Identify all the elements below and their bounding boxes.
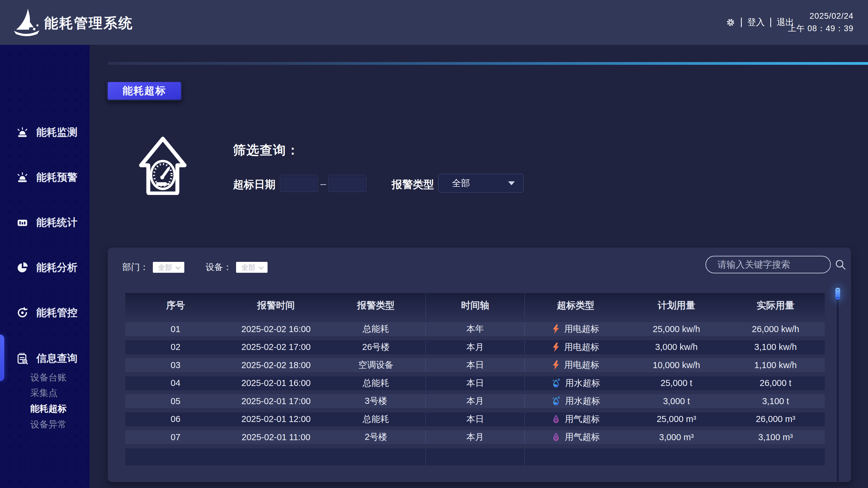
cell-over-type: 用电超标 (525, 358, 626, 372)
divider (770, 18, 771, 27)
cell-planned: 3,000 kw/h (626, 340, 726, 354)
sidebar-item-energy-control[interactable]: 信息查询 能耗管控 (17, 306, 78, 320)
sailboat-logo-icon (12, 7, 41, 37)
cell-over-type: 用气超标 (525, 430, 626, 444)
cell-over-type: 用气超标 (525, 412, 626, 426)
electricity-icon (552, 342, 560, 352)
gas-icon (551, 432, 560, 442)
clipboard-search-icon (17, 353, 28, 365)
cell-over-type: 用电超标 (525, 340, 626, 354)
table-row[interactable]: 06 2025-02-01 12:00 总能耗 本日 用气超标 25,000 m… (125, 412, 825, 426)
cell-actual: 26,000 t (726, 376, 825, 390)
cell-alarm-time: 2025-02-02 16:00 (226, 322, 326, 336)
cell-alarm-type: 总能耗 (326, 376, 426, 390)
table-row[interactable]: 02 2025-02-02 17:00 26号楼 本月 用电超标 3,000 k… (125, 340, 825, 354)
chevron-down-icon (259, 265, 264, 269)
table-scrollbar-thumb[interactable] (835, 287, 840, 300)
water-icon (551, 378, 561, 388)
login-button[interactable]: 登入 (747, 17, 765, 28)
alarm-type-select[interactable]: 全部 (438, 174, 524, 192)
cell-time-axis: 本日 (426, 358, 525, 372)
device-select[interactable]: 全部 (236, 262, 268, 273)
cell-actual: 3,100 kw/h (726, 340, 825, 354)
col-header-time-axis: 时间轴 (426, 293, 525, 318)
sidebar-subitem-collection-point[interactable]: 采集点 (30, 387, 58, 399)
cell-no: 05 (125, 394, 226, 408)
cell-planned: 25,000 m³ (626, 412, 726, 426)
date-text: 2025/02/24 (788, 10, 854, 22)
sidebar-subitem-device-abnormal[interactable]: 设备异常 (30, 418, 67, 431)
cell-planned: 3,000 m³ (626, 430, 726, 444)
chevron-down-icon (176, 265, 180, 269)
sidebar-item-label: 能耗分析 (36, 261, 78, 275)
sidebar-item-label: 能耗管控 (36, 306, 78, 320)
cell-alarm-time: 2025-02-02 18:00 (226, 358, 326, 372)
search-icon[interactable] (835, 259, 846, 270)
cell-alarm-type: 空调设备 (326, 358, 426, 372)
divider (741, 18, 742, 27)
sidebar-item-energy-stats[interactable]: 能耗统计 (17, 216, 78, 230)
overrun-date-start-input[interactable] (280, 175, 318, 192)
sidebar-subitem-energy-overrun[interactable]: 能耗超标 (30, 403, 67, 415)
cell-time-axis: 本日 (426, 376, 525, 390)
sidebar-item-energy-warning[interactable]: 能耗预警 (17, 171, 78, 184)
energy-overrun-tab-button[interactable]: 能耗超标 (106, 81, 182, 101)
table-row[interactable]: 03 2025-02-02 18:00 空调设备 本日 用电超标 10,000 … (125, 358, 825, 372)
cell-planned: 25,000 kw/h (626, 322, 726, 336)
sidebar-item-label: 能耗统计 (36, 216, 78, 230)
cell-alarm-type: 总能耗 (326, 322, 426, 336)
caret-down-icon (508, 181, 515, 185)
table-header-row: 序号 报警时间 报警类型 时间轴 超标类型 计划用量 实际用量 (125, 293, 825, 318)
cell-no: 03 (125, 358, 226, 372)
cell-time-axis: 本月 (426, 430, 525, 444)
water-icon (551, 396, 561, 406)
device-label: 设备： (206, 261, 232, 273)
table-row[interactable]: 04 2025-02-01 16:00 总能耗 本日 用水超标 25,000 t… (125, 376, 825, 390)
cell-alarm-time: 2025-02-01 17:00 (226, 394, 326, 408)
electricity-icon (552, 324, 560, 334)
date-range-separator: – (317, 175, 329, 192)
table-filter-controls: 部门： 全部 设备： 全部 (122, 261, 268, 273)
table-row[interactable]: 01 2025-02-02 16:00 总能耗 本年 用电超标 25,000 k… (125, 322, 825, 336)
keyword-search-box (706, 256, 831, 273)
app-title: 能耗管理系统 (44, 14, 133, 33)
table-row[interactable]: 07 2025-02-01 11:00 2号楼 本月 用气超标 3,000 m³… (125, 430, 825, 444)
data-table-card: 部门： 全部 设备： 全部 序号 报警时间 报警类型 时间轴 超标类 (108, 248, 851, 482)
cell-alarm-type: 总能耗 (326, 412, 426, 426)
cell-actual: 3,100 t (726, 394, 825, 408)
cell-no: 07 (125, 430, 226, 444)
device-value: 全部 (242, 263, 255, 272)
settings-gear-icon[interactable] (726, 18, 736, 27)
overrun-date-end-input[interactable] (329, 175, 367, 192)
cell-time-axis: 本月 (426, 340, 525, 354)
filter-section-title: 筛选查询： (233, 142, 300, 159)
electricity-icon (552, 360, 560, 370)
col-header-no: 序号 (125, 293, 226, 318)
keyword-search-input[interactable] (717, 259, 835, 270)
cell-alarm-time: 2025-02-01 16:00 (226, 376, 326, 390)
table-row[interactable]: 05 2025-02-01 17:00 3号楼 本月 用水超标 3,000 t … (125, 394, 825, 408)
table-scrollbar-track[interactable] (837, 286, 839, 484)
top-gradient-line (108, 62, 868, 65)
sidebar-item-energy-monitor[interactable]: 能耗监测 (17, 125, 78, 139)
cell-no: 04 (125, 376, 226, 390)
sidebar-item-info-query[interactable]: 信息查询 (17, 352, 78, 365)
col-header-over-type: 超标类型 (525, 293, 626, 318)
cell-alarm-time: 2025-02-01 11:00 (226, 430, 326, 444)
sidebar-subitem-device-ledger[interactable]: 设备台账 (30, 371, 67, 384)
cell-planned: 10,000 kw/h (626, 358, 726, 372)
cell-planned: 25,000 t (626, 376, 726, 390)
col-header-actual: 实际用量 (726, 293, 825, 318)
cell-alarm-type: 26号楼 (326, 340, 426, 354)
alarm-type-value: 全部 (452, 177, 470, 189)
sidebar-item-energy-analysis[interactable]: 能耗分析 (17, 261, 78, 275)
cell-actual: 1,100 kw/h (726, 358, 825, 372)
cell-alarm-time: 2025-02-02 17:00 (226, 340, 326, 354)
datetime-display: 2025/02/24 上午 08：49：39 (788, 10, 854, 35)
over-type-label: 用气超标 (565, 431, 600, 443)
cell-time-axis: 本年 (426, 322, 525, 336)
cell-actual: 26,000 kw/h (726, 322, 825, 336)
sidebar-item-label: 信息查询 (36, 352, 78, 365)
siren-icon (17, 171, 28, 183)
department-select[interactable]: 全部 (153, 262, 184, 273)
